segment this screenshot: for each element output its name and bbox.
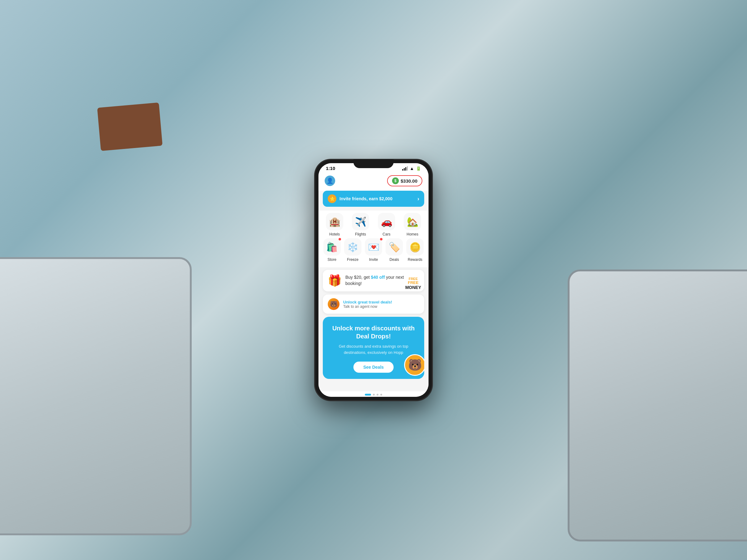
chevron-right-icon: › bbox=[417, 196, 419, 202]
notch bbox=[353, 159, 394, 168]
category-homes[interactable]: 🏡 Homes bbox=[402, 213, 423, 236]
deals-label: Deals bbox=[390, 258, 399, 262]
phone-container: 1:10 ▲ 🔋 👤 bbox=[315, 159, 432, 401]
deal-drops-section: Unlock more discounts with Deal Drops! G… bbox=[323, 317, 424, 379]
flights-icon-wrap: ✈️ bbox=[352, 213, 369, 230]
homes-label: Homes bbox=[407, 232, 418, 236]
promo-emoji: 🎁 bbox=[328, 274, 342, 287]
cars-icon-wrap: 🚗 bbox=[378, 213, 395, 230]
balance-badge[interactable]: $ $330.00 bbox=[387, 175, 422, 186]
see-deals-button[interactable]: See Deals bbox=[353, 362, 394, 373]
agent-row[interactable]: 🐻 Unlock great travel deals! Talk to an … bbox=[323, 295, 424, 314]
rewards-icon-wrap: 🪙 bbox=[406, 238, 423, 256]
suitcase-left bbox=[0, 257, 192, 535]
status-icons: ▲ 🔋 bbox=[402, 166, 421, 171]
page-dot-4 bbox=[380, 394, 382, 396]
phone-screen: 1:10 ▲ 🔋 👤 bbox=[318, 163, 429, 397]
promo-highlight: $40 off bbox=[371, 275, 385, 280]
store-notification-dot bbox=[338, 237, 342, 241]
bottom-page-dots bbox=[318, 391, 429, 397]
category-invite[interactable]: 💌 Invite bbox=[363, 238, 384, 262]
passport bbox=[97, 103, 162, 151]
rewards-label: Rewards bbox=[408, 258, 422, 262]
deal-drops-subtitle: Get discounts and extra savings on top d… bbox=[329, 343, 418, 355]
deal-drops-title: Unlock more discounts with Deal Drops! bbox=[329, 324, 418, 340]
phone-shell: 1:10 ▲ 🔋 👤 bbox=[315, 159, 432, 401]
invite-icon: 💌 bbox=[368, 242, 379, 252]
bar3 bbox=[405, 167, 406, 170]
invite-icon-wrap: 💌 bbox=[365, 238, 382, 256]
bear-mascot: 🐻 bbox=[404, 354, 424, 376]
promo-text-before: Buy $20, get bbox=[345, 275, 371, 280]
rewards-icon: 🪙 bbox=[409, 242, 421, 252]
category-hotels[interactable]: 🏨 Hotels bbox=[324, 213, 345, 236]
page-dot-1 bbox=[365, 394, 371, 396]
category-deals[interactable]: 🏷️ Deals bbox=[384, 238, 405, 262]
invite-text: Invite friends, earn $2,000 bbox=[339, 196, 392, 201]
homes-icon-wrap: 🏡 bbox=[404, 213, 421, 230]
category-freeze[interactable]: ❄️ Freeze bbox=[342, 238, 363, 262]
cars-icon: 🚗 bbox=[381, 216, 392, 227]
agent-main-text: Unlock great travel deals! bbox=[343, 300, 392, 304]
free-label: FREE bbox=[405, 281, 421, 285]
cars-label: Cars bbox=[383, 232, 390, 236]
flights-icon: ✈️ bbox=[355, 216, 366, 227]
hotels-icon-wrap: 🏨 bbox=[326, 213, 343, 230]
app-header: 👤 $ $330.00 bbox=[318, 172, 429, 191]
deals-icon-wrap: 🏷️ bbox=[386, 238, 403, 256]
category-row-2: 🛍️ Store ❄️ Freeze bbox=[321, 238, 426, 262]
hotels-icon: 🏨 bbox=[329, 216, 340, 227]
deals-icon: 🏷️ bbox=[389, 242, 400, 252]
category-flights[interactable]: ✈️ Flights bbox=[350, 213, 371, 236]
freeze-icon: ❄️ bbox=[347, 242, 358, 252]
bar1 bbox=[402, 169, 403, 170]
store-icon-wrap: 🛍️ bbox=[324, 238, 341, 256]
bar2 bbox=[404, 168, 405, 170]
agent-avatar: 🐻 bbox=[328, 298, 339, 310]
free-money-badge: FREE FREE MONEY bbox=[405, 277, 421, 290]
bar4 bbox=[407, 166, 408, 170]
suitcase-right bbox=[568, 269, 747, 541]
freeze-icon-wrap: ❄️ bbox=[344, 238, 361, 256]
signal-icon bbox=[402, 166, 408, 170]
balance-amount: $330.00 bbox=[401, 178, 417, 184]
invite-left: ⭐ Invite friends, earn $2,000 bbox=[328, 194, 392, 203]
agent-sub-text: Talk to an agent now bbox=[343, 304, 392, 309]
invite-label: Invite bbox=[369, 258, 378, 262]
promo-card[interactable]: 🎁 Buy $20, get $40 off your next booking… bbox=[323, 270, 424, 291]
promo-title: Buy $20, get $40 off your next booking! bbox=[345, 275, 404, 286]
agent-info: Unlock great travel deals! Talk to an ag… bbox=[343, 300, 392, 309]
flights-label: Flights bbox=[355, 232, 366, 236]
coin-icon: ⭐ bbox=[328, 194, 336, 203]
battery-icon: 🔋 bbox=[416, 166, 421, 171]
store-icon: 🛍️ bbox=[326, 242, 338, 252]
app-content: ⭐ Invite friends, earn $2,000 › 🏨 Hotels bbox=[318, 191, 429, 391]
hotels-label: Hotels bbox=[329, 232, 340, 236]
user-avatar[interactable]: 👤 bbox=[325, 176, 335, 186]
category-cars[interactable]: 🚗 Cars bbox=[376, 213, 397, 236]
page-dot-3 bbox=[377, 394, 379, 396]
dollar-icon: $ bbox=[392, 178, 399, 184]
category-grid: 🏨 Hotels ✈️ Flights 🚗 bbox=[318, 210, 429, 267]
dollar-sign: $ bbox=[394, 179, 396, 183]
wifi-icon: ▲ bbox=[410, 166, 414, 171]
invite-notification-dot bbox=[379, 237, 383, 241]
store-label: Store bbox=[328, 258, 336, 262]
avatar-icon: 👤 bbox=[327, 178, 333, 184]
agent-emoji: 🐻 bbox=[330, 300, 338, 308]
status-time: 1:10 bbox=[326, 166, 335, 171]
freeze-label: Freeze bbox=[347, 258, 358, 262]
money-label: MONEY bbox=[405, 285, 421, 290]
homes-icon: 🏡 bbox=[407, 216, 418, 227]
category-store[interactable]: 🛍️ Store bbox=[321, 238, 342, 262]
page-dot-2 bbox=[373, 394, 375, 396]
category-rewards[interactable]: 🪙 Rewards bbox=[405, 238, 426, 262]
invite-banner[interactable]: ⭐ Invite friends, earn $2,000 › bbox=[323, 191, 424, 207]
category-row-1: 🏨 Hotels ✈️ Flights 🚗 bbox=[321, 213, 426, 236]
bear-emoji: 🐻 bbox=[408, 358, 422, 372]
